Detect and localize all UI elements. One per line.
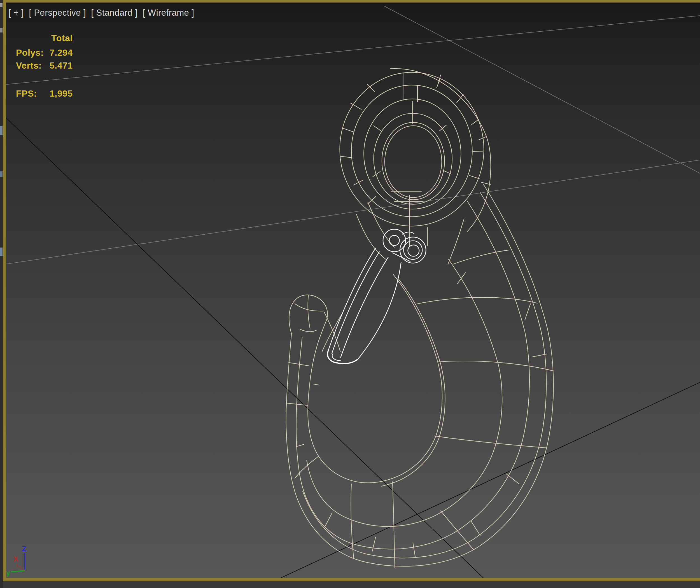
latch-edge [341, 257, 388, 357]
viewport-3d-scene[interactable]: Z X y [6, 3, 700, 578]
grid-line [384, 6, 700, 176]
seam-line [374, 126, 381, 131]
seam-line [296, 444, 304, 447]
seam-line [470, 176, 480, 179]
viewport-canvas[interactable]: Z X y [6, 3, 700, 578]
hook-neck-edge [368, 202, 394, 247]
viewport-shading-mode-menu[interactable]: [ Wireframe ] [143, 8, 194, 18]
seam-line [453, 250, 508, 264]
seam-line [415, 297, 537, 304]
hook-neck-edge [448, 220, 464, 264]
safety-latch-wireframe[interactable] [328, 229, 426, 363]
stats-fps-label: FPS: [16, 88, 37, 99]
hook-eye-hole [382, 122, 445, 200]
latch-edge [328, 248, 375, 351]
toolbar-fragment [0, 248, 3, 256]
axis-tripod: Z X y [6, 545, 26, 577]
viewport-label: [ + ] [ Perspective ] [ Standard ] [ Wir… [8, 8, 197, 18]
hook-tip-knob [295, 304, 324, 311]
x-axis-line [15, 564, 25, 571]
seam-line [443, 171, 451, 174]
seam-line [289, 363, 309, 366]
hook-eye-band [467, 179, 490, 232]
latch-pivot-boss [383, 229, 406, 252]
seam-line [506, 474, 519, 484]
seam-line [479, 136, 486, 140]
hook-tip-knob [308, 295, 310, 329]
toolbar-fragment [0, 3, 3, 7]
stats-polys-value: 7.294 [50, 48, 73, 58]
latch-tip-cap [332, 354, 340, 361]
seam-line [471, 120, 479, 125]
hook-tip-knob [300, 329, 316, 332]
latch-edge [402, 232, 414, 234]
grid-line [6, 15, 700, 85]
hook-neck-edge [356, 214, 386, 260]
viewport-pov-menu[interactable]: [ Perspective ] [29, 8, 86, 18]
stats-fps-value: 1,995 [50, 88, 73, 99]
seam-line [325, 513, 332, 526]
hook-inner-contour [381, 279, 445, 486]
seam-line [287, 403, 308, 405]
seam-line [354, 180, 363, 185]
seam-line [438, 361, 554, 371]
hook-outer-contour [286, 185, 554, 566]
stats-verts-label: Verts: [16, 60, 42, 71]
hook-mid-contour [307, 259, 502, 526]
seam-line [342, 128, 354, 132]
seam-line [313, 384, 319, 385]
seam-line [351, 484, 354, 558]
y-axis-line [11, 571, 25, 572]
seam-line [434, 436, 545, 448]
latch-edge [393, 253, 410, 261]
active-viewport-border [3, 578, 700, 581]
stats-verts-value: 5.471 [50, 60, 73, 71]
seam-line [533, 354, 547, 357]
latch-pivot-boss [389, 235, 399, 246]
seam-line [340, 156, 352, 158]
grid-line [6, 159, 700, 265]
viewport-shading-quality-menu[interactable]: [ Standard ] [91, 8, 137, 18]
screenshot-root: Z X y [ + ] [ Perspective ] [ Standard ]… [0, 0, 700, 588]
seam-line [438, 75, 441, 83]
toolbar-fragment [0, 28, 3, 32]
seam-line [413, 543, 415, 557]
hook-gape-edge [324, 312, 340, 352]
stats-polys-label: Polys: [16, 48, 44, 58]
active-viewport-border [3, 0, 6, 581]
seam-line [441, 511, 473, 549]
stats-header: Total [51, 33, 73, 43]
seam-line [525, 304, 530, 320]
viewport-general-menu[interactable]: [ + ] [8, 8, 24, 18]
seam-line [481, 182, 490, 185]
latch-edge [357, 262, 401, 360]
seam-line [471, 521, 480, 535]
active-viewport-border [3, 0, 700, 3]
hook-mid-contour [296, 202, 529, 549]
hook-inner-contour [308, 274, 442, 483]
bottom-ui-clip-strip [3, 581, 700, 588]
y-axis-label: y [6, 569, 10, 577]
hook-eye-ring [374, 113, 452, 204]
hook-outer-contour [303, 192, 546, 558]
x-axis-label: X [13, 555, 18, 563]
latch-edge [332, 252, 379, 353]
home-grid [6, 6, 700, 578]
latch-pivot-boss [408, 245, 419, 256]
toolbar-fragment [0, 171, 3, 177]
left-ui-clip-strip [0, 0, 3, 588]
hook-eye-hole [385, 126, 442, 197]
grid-axis-line [6, 112, 503, 578]
grid-axis-line [240, 379, 700, 578]
hook-wireframe-model[interactable] [286, 69, 554, 568]
seam-line [372, 537, 376, 551]
toolbar-fragment [0, 126, 3, 135]
z-axis-label: Z [22, 545, 26, 553]
